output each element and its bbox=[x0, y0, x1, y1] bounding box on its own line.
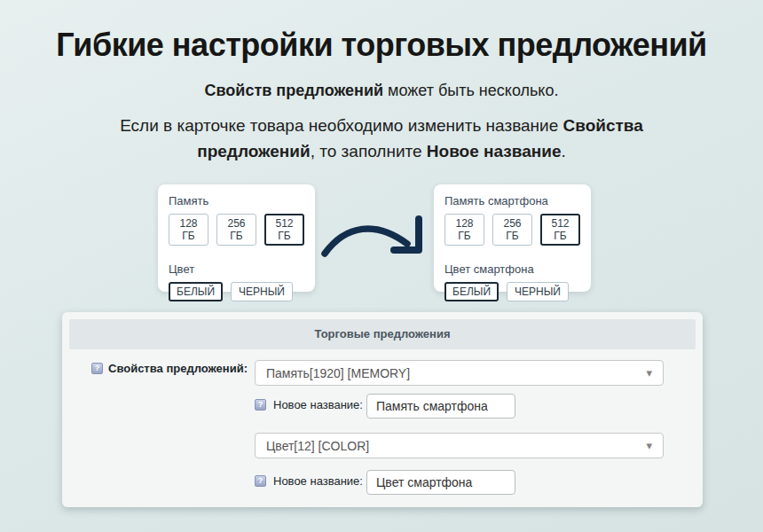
option-button-white[interactable]: БЕЛЫЙ bbox=[169, 282, 223, 301]
memory-options-row: 128 ГБ 256 ГБ 512 ГБ bbox=[169, 214, 304, 246]
option-button-black[interactable]: ЧЕРНЫЙ bbox=[231, 282, 293, 301]
intro-line-2-text: Если в карточке товара необходимо измени… bbox=[120, 116, 562, 135]
intro-line-1: Свойств предложений может быть несколько… bbox=[0, 82, 763, 100]
help-icon[interactable]: ? bbox=[91, 363, 103, 374]
offer-properties-label: Свойства предложений: bbox=[108, 362, 248, 375]
option-button-512gb[interactable]: 512 ГБ bbox=[264, 214, 304, 246]
offer-card-after: Память смартфона 128 ГБ 256 ГБ 512 ГБ Цв… bbox=[434, 184, 591, 292]
offer-card-before: Память 128 ГБ 256 ГБ 512 ГБ Цвет БЕЛЫЙ Ч… bbox=[158, 184, 315, 292]
curved-arrow-icon bbox=[319, 213, 426, 262]
option-button-512gb[interactable]: 512 ГБ bbox=[540, 214, 580, 246]
memory-options-row: 128 ГБ 256 ГБ 512 ГБ bbox=[444, 214, 580, 246]
select-value: Цвет[12] [COLOR] bbox=[266, 439, 369, 453]
new-name-label-color: Новое название: bbox=[273, 474, 363, 488]
intro-line-1-rest: может быть несколько. bbox=[383, 82, 558, 99]
trade-offers-panel: Торговые предложения ? Свойства предложе… bbox=[62, 312, 703, 507]
intro-line-2-text-2: , то заполните bbox=[311, 142, 427, 160]
new-name-input-color[interactable] bbox=[366, 470, 515, 495]
option-button-black[interactable]: ЧЕРНЫЙ bbox=[507, 282, 569, 301]
panel-header: Торговые предложения bbox=[69, 319, 696, 349]
page-title: Гибкие настройки торговых предложений bbox=[0, 27, 763, 64]
help-icon[interactable]: ? bbox=[255, 475, 266, 487]
property-select-color[interactable]: Цвет[12] [COLOR] ▾ bbox=[255, 433, 664, 458]
memory-group-label: Память bbox=[169, 194, 304, 207]
caret-down-icon: ▾ bbox=[646, 367, 652, 379]
option-button-128gb[interactable]: 128 ГБ bbox=[169, 214, 208, 246]
color-options-row: БЕЛЫЙ ЧЕРНЫЙ bbox=[169, 282, 304, 301]
option-button-256gb[interactable]: 256 ГБ bbox=[492, 214, 532, 246]
option-button-256gb[interactable]: 256 ГБ bbox=[216, 214, 256, 246]
option-button-128gb[interactable]: 128 ГБ bbox=[444, 214, 484, 246]
color-group-label: Цвет смартфона bbox=[444, 262, 580, 276]
option-button-white[interactable]: БЕЛЫЙ bbox=[444, 282, 499, 301]
caret-down-icon: ▾ bbox=[646, 440, 652, 451]
memory-group-label: Память смартфона bbox=[444, 194, 580, 207]
color-group-label: Цвет bbox=[169, 262, 304, 276]
new-name-input-memory[interactable] bbox=[366, 394, 515, 419]
property-select-memory[interactable]: Память[1920] [MEMORY] ▾ bbox=[255, 360, 664, 386]
new-name-label-memory: Новое название: bbox=[273, 398, 363, 411]
intro-line-2-text-3: . bbox=[562, 142, 566, 160]
intro-line-2-bold-2: Новое название bbox=[427, 142, 562, 160]
color-options-row: БЕЛЫЙ ЧЕРНЫЙ bbox=[444, 282, 580, 301]
help-icon[interactable]: ? bbox=[255, 399, 266, 411]
select-value: Память[1920] [MEMORY] bbox=[266, 366, 410, 380]
intro-line-1-bold: Свойств предложений bbox=[205, 82, 384, 99]
intro-line-2: Если в карточке товара необходимо измени… bbox=[106, 113, 657, 164]
page: Гибкие настройки торговых предложений Св… bbox=[0, 0, 763, 532]
